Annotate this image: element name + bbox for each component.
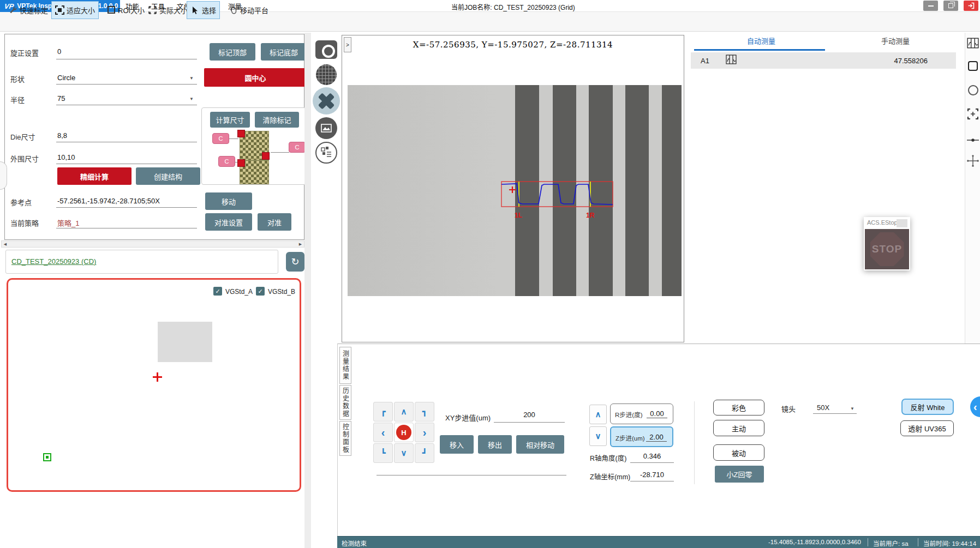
toolbar-fit-size[interactable]: 适应大小 xyxy=(51,1,99,19)
jog-up-right-button[interactable]: ┓ xyxy=(415,402,434,421)
estop-window[interactable]: ACS.EStop STOP xyxy=(864,217,910,270)
align-setup-button[interactable]: 对准设置 xyxy=(205,213,252,231)
panel-divider[interactable] xyxy=(304,33,311,548)
step-up-button[interactable]: ∧ xyxy=(589,405,607,424)
minimize-button[interactable] xyxy=(923,1,938,11)
tab-manual-measure[interactable]: 手动测量 xyxy=(828,34,963,49)
left-collapse-handle[interactable] xyxy=(0,161,7,190)
mark-point-square[interactable] xyxy=(262,152,270,160)
rect-roi-tool-icon[interactable] xyxy=(967,60,979,72)
jog-up-left-button[interactable]: ┏ xyxy=(373,402,393,421)
camera-image[interactable]: 1L 1R xyxy=(348,85,682,296)
recipe-settings-panel: 旋正设置 0 标记顶部 标记底部 形状 Circle ▼ 圆中心 半径 75 ▼… xyxy=(4,34,304,240)
move-button[interactable]: 移动 xyxy=(205,192,252,210)
reflect-light-button[interactable]: 反射 White xyxy=(901,399,954,415)
passive-mode-button[interactable]: 被动 xyxy=(713,444,764,461)
jog-down-button[interactable]: ∨ xyxy=(394,443,414,463)
z-step-value[interactable]: 2.00 xyxy=(646,433,667,442)
r-step-label: R步进(度) xyxy=(615,410,642,419)
relative-move-button[interactable]: 相对移动 xyxy=(516,435,564,454)
toolbar-roi-size[interactable]: ROI大小 xyxy=(103,2,148,18)
jog-up-button[interactable]: ∧ xyxy=(394,402,414,421)
color-mode-button[interactable]: 彩色 xyxy=(713,400,764,415)
fine-calc-button[interactable]: 精细计算 xyxy=(57,167,132,185)
shape-label: 形状 xyxy=(10,74,25,84)
wafer-grid-icon[interactable] xyxy=(316,64,337,85)
wafer-view-panel[interactable]: ✓ VGStd_A ✓ VGStd_B xyxy=(7,278,301,492)
step-down-button[interactable]: ∨ xyxy=(589,426,607,446)
exit-button[interactable] xyxy=(964,1,978,11)
tab-auto-measure[interactable]: 自动测量 xyxy=(694,34,828,49)
move-out-button[interactable]: 移出 xyxy=(478,435,512,454)
jog-down-right-button[interactable]: ┛ xyxy=(415,443,434,463)
job-link[interactable]: CD_TEST_20250923 (CD) xyxy=(11,257,96,266)
create-structure-button[interactable]: 创建结构 xyxy=(136,167,200,185)
left-panel-hscrollbar[interactable]: ◀ ▶ xyxy=(1,240,304,248)
estop-window-button[interactable] xyxy=(897,219,907,227)
z-step-field[interactable]: Z步进(um) 2.00 xyxy=(610,426,673,447)
chevron-down-icon[interactable]: ▼ xyxy=(189,97,194,101)
chevron-up-icon: ∧ xyxy=(401,407,407,417)
move-in-button[interactable]: 移入 xyxy=(440,435,474,454)
scroll-right-icon[interactable]: ▶ xyxy=(297,241,304,247)
camera-viewport[interactable]: > X=-57.256935, Y=-15.975027, Z=-28.7113… xyxy=(342,35,684,342)
toolbar-quick-calibration[interactable]: 快速标定 xyxy=(4,2,52,18)
circle-center-button[interactable]: 圆中心 xyxy=(204,68,307,87)
mark-point-square[interactable] xyxy=(237,159,245,167)
mark-top-button[interactable]: 标记顶部 xyxy=(210,43,255,61)
home-button[interactable]: H xyxy=(396,425,411,440)
roi-box-icon xyxy=(106,5,116,15)
chip-c-badge[interactable]: C xyxy=(218,156,235,167)
jog-left-button[interactable]: ‹ xyxy=(373,423,393,442)
measurement-row[interactable]: A1 47.558206 xyxy=(691,52,956,69)
reference-cross-marker xyxy=(153,372,162,382)
circle-roi-tool-icon[interactable] xyxy=(967,84,979,96)
exit-icon xyxy=(967,2,975,9)
tab-control-panel[interactable]: 控制面板 xyxy=(339,421,351,456)
measure-tool-icon[interactable] xyxy=(313,87,340,115)
wafer-map-icon[interactable] xyxy=(315,142,337,164)
edge-point-tool-icon[interactable] xyxy=(967,134,979,146)
r-step-value[interactable]: 0.00 xyxy=(647,410,667,418)
toolbar-actual-size[interactable]: 实际大小 xyxy=(144,2,192,18)
estop-image[interactable]: STOP xyxy=(865,229,909,269)
mark-bottom-button[interactable]: 标记底部 xyxy=(261,43,307,61)
scroll-left-icon[interactable]: ◀ xyxy=(2,241,9,247)
die-outline[interactable] xyxy=(158,322,212,362)
job-link-box: CD_TEST_20250923 (CD) xyxy=(5,250,278,274)
toolbar-move-stage[interactable]: 移动平台 xyxy=(225,2,272,18)
chip-c-badge[interactable]: C xyxy=(289,142,306,153)
restore-button[interactable] xyxy=(943,1,958,11)
roi-measurement-overlay[interactable] xyxy=(495,178,620,219)
jog-right-button[interactable]: › xyxy=(415,423,434,442)
tab-measure-results[interactable]: 测量结果 xyxy=(339,347,351,384)
corner-up-left-icon: ┏ xyxy=(380,407,385,417)
r-step-field[interactable]: R步进(度) 0.00 xyxy=(610,404,673,424)
toolbar-select[interactable]: 选择 xyxy=(187,1,220,19)
image-snapshot-icon[interactable] xyxy=(315,117,337,139)
camera-capture-icon[interactable] xyxy=(315,40,337,59)
wafer-map-glyph xyxy=(319,146,333,160)
vgstd-a-checkbox[interactable]: ✓ xyxy=(213,287,222,296)
align-button[interactable]: 对准 xyxy=(258,213,291,231)
cd-profile-tool-icon[interactable] xyxy=(967,37,979,49)
jog-down-left-button[interactable]: ┗ xyxy=(373,443,393,463)
chevron-down-icon[interactable]: ▼ xyxy=(189,76,194,81)
toolbar-label: 适应大小 xyxy=(67,5,95,15)
app-window: VP VPTek Inspection System 1.0.0.0 功能 工具… xyxy=(0,0,980,548)
vgstd-b-checkbox[interactable]: ✓ xyxy=(256,287,265,296)
clear-mark-button[interactable]: 清除标记 xyxy=(255,112,299,128)
mark-point-square[interactable] xyxy=(237,130,245,137)
refresh-button[interactable]: ↻ xyxy=(286,252,304,272)
focus-target-tool-icon[interactable] xyxy=(967,108,979,120)
tab-history-data[interactable]: 历史数据 xyxy=(339,385,351,420)
move-cross-tool-icon[interactable] xyxy=(967,155,979,167)
diagram-connector xyxy=(229,138,238,139)
calc-size-button[interactable]: 计算尺寸 xyxy=(210,112,250,128)
active-mode-button[interactable]: 主动 xyxy=(713,420,764,436)
z-home-button[interactable]: 小Z回零 xyxy=(715,466,764,483)
transmit-light-button[interactable]: 透射 UV365 xyxy=(900,420,954,436)
toolbar-label: ROI大小 xyxy=(118,5,145,15)
empty-input-underline[interactable] xyxy=(377,465,566,475)
chip-c-badge[interactable]: C xyxy=(212,133,229,144)
